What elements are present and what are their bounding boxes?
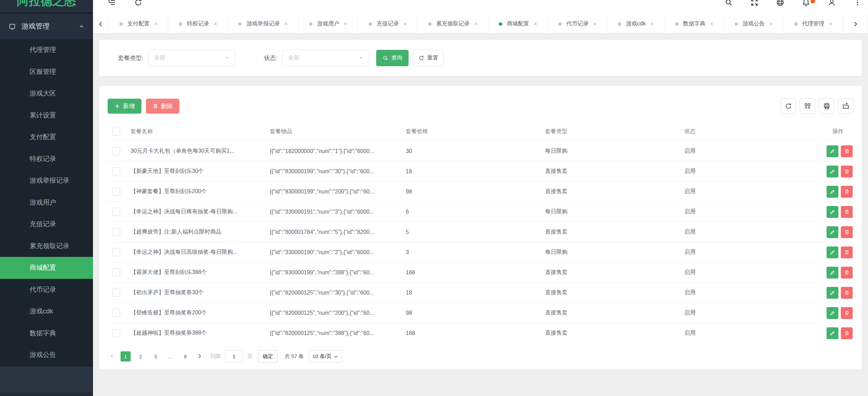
- tab-close-icon[interactable]: ×: [284, 21, 288, 27]
- row-checkbox[interactable]: [112, 289, 120, 297]
- tab[interactable]: 代币记录 ×: [548, 15, 607, 33]
- delete-row-button[interactable]: [841, 166, 853, 177]
- row-checkbox[interactable]: [112, 167, 120, 175]
- more-options-kebab-icon[interactable]: [853, 0, 862, 7]
- edit-row-button[interactable]: [827, 287, 838, 299]
- tabs-scroll-left-button[interactable]: [93, 15, 109, 33]
- sidebar-item[interactable]: 数据字典: [0, 322, 93, 344]
- sidebar-item[interactable]: 代币记录: [0, 279, 93, 301]
- search-button[interactable]: 查询: [376, 50, 409, 66]
- delete-row-button[interactable]: [841, 307, 853, 319]
- refresh-page-icon[interactable]: [134, 0, 142, 7]
- sidebar-item[interactable]: 支付配置: [0, 126, 93, 148]
- goto-page-input[interactable]: [225, 350, 243, 362]
- row-checkbox[interactable]: [112, 329, 120, 337]
- tab[interactable]: 游戏公告 ×: [724, 15, 784, 33]
- tab-close-icon[interactable]: ×: [214, 21, 217, 27]
- next-page-icon[interactable]: [196, 353, 203, 359]
- print-button[interactable]: [819, 98, 834, 114]
- page-number-button[interactable]: 1: [121, 351, 131, 361]
- edit-row-button[interactable]: [827, 246, 838, 258]
- package-type-select[interactable]: 全部: [148, 50, 235, 66]
- sidebar-item[interactable]: 游戏举报记录: [0, 170, 93, 192]
- language-globe-icon[interactable]: [776, 0, 784, 7]
- delete-row-button[interactable]: [841, 246, 853, 258]
- tab-close-icon[interactable]: ×: [593, 21, 597, 27]
- reset-button[interactable]: 重置: [413, 50, 444, 66]
- tab[interactable]: 代理管理 ×: [784, 15, 843, 33]
- tab[interactable]: 游戏举报记录 ×: [228, 15, 299, 33]
- tab-close-icon[interactable]: ×: [154, 21, 158, 27]
- edit-row-button[interactable]: [827, 145, 838, 157]
- edit-row-button[interactable]: [827, 327, 838, 339]
- tab[interactable]: 特权记录 ×: [168, 15, 228, 33]
- edit-row-button[interactable]: [827, 206, 838, 218]
- row-checkbox[interactable]: [112, 268, 120, 276]
- delete-row-button[interactable]: [841, 287, 853, 299]
- notifications-bell-icon[interactable]: [802, 0, 810, 7]
- delete-button[interactable]: 删除: [146, 99, 179, 114]
- edit-row-button[interactable]: [827, 166, 838, 177]
- user-profile-icon[interactable]: [828, 0, 836, 7]
- delete-row-button[interactable]: [841, 206, 853, 218]
- row-checkbox[interactable]: [112, 228, 120, 236]
- refresh-table-button[interactable]: [781, 98, 796, 114]
- tab[interactable]: 支付配置 ×: [109, 15, 169, 33]
- delete-row-button[interactable]: [841, 327, 853, 339]
- page-number-button[interactable]: 2: [135, 351, 146, 361]
- row-checkbox[interactable]: [112, 248, 120, 256]
- search-icon[interactable]: [724, 0, 733, 7]
- sidebar-item[interactable]: 充值记录: [0, 213, 93, 235]
- edit-row-button[interactable]: [827, 267, 838, 279]
- page-size-select[interactable]: 10 条/页: [309, 350, 342, 363]
- sidebar-item[interactable]: 区服管理: [0, 61, 93, 83]
- sidebar-item[interactable]: 累充领取记录: [0, 235, 93, 257]
- tabs-scroll-right-button[interactable]: [843, 15, 868, 33]
- add-button[interactable]: 新增: [108, 99, 141, 114]
- tab[interactable]: 累充领取记录 ×: [418, 15, 488, 33]
- page-number-button[interactable]: 6: [180, 351, 191, 361]
- tab-close-icon[interactable]: ×: [829, 21, 832, 27]
- page-number-button[interactable]: 3: [150, 351, 161, 361]
- status-select[interactable]: 全部: [282, 50, 369, 66]
- confirm-page-button[interactable]: 确定: [258, 350, 278, 363]
- sidebar-item[interactable]: 游戏大区: [0, 83, 93, 105]
- sidebar-item[interactable]: 累计设置: [0, 105, 93, 127]
- edit-row-button[interactable]: [827, 186, 838, 198]
- sidebar-item[interactable]: 游戏用户: [0, 192, 93, 214]
- delete-row-button[interactable]: [841, 267, 853, 279]
- collapse-sidebar-icon[interactable]: [108, 0, 116, 7]
- tab-close-icon[interactable]: ×: [769, 21, 773, 27]
- select-all-checkbox[interactable]: [112, 128, 120, 136]
- tab-close-icon[interactable]: ×: [474, 21, 478, 27]
- tab[interactable]: 数据字典 ×: [665, 15, 724, 33]
- delete-row-button[interactable]: [841, 226, 853, 238]
- column-settings-button[interactable]: [800, 98, 815, 114]
- delete-row-button[interactable]: [841, 186, 853, 198]
- row-checkbox[interactable]: [112, 208, 120, 216]
- tab-close-icon[interactable]: ×: [403, 21, 407, 27]
- tab-close-icon[interactable]: ×: [650, 21, 654, 27]
- page-number-button[interactable]: ...: [165, 351, 176, 361]
- sidebar-group-game-management[interactable]: 游戏管理: [0, 13, 93, 39]
- sidebar-item[interactable]: 商城配置: [0, 257, 93, 279]
- export-button[interactable]: [838, 98, 853, 114]
- fullscreen-icon[interactable]: [750, 0, 759, 7]
- row-checkbox[interactable]: [112, 309, 120, 317]
- row-checkbox[interactable]: [112, 147, 120, 155]
- row-checkbox[interactable]: [112, 188, 120, 196]
- edit-row-button[interactable]: [827, 226, 838, 238]
- edit-row-button[interactable]: [827, 307, 838, 319]
- tab[interactable]: 商城配置 ×: [488, 15, 548, 33]
- tab[interactable]: 充值记录 ×: [358, 15, 418, 33]
- tab-close-icon[interactable]: ×: [534, 21, 537, 27]
- sidebar-item[interactable]: 游戏cdk: [0, 300, 93, 322]
- tab-close-icon[interactable]: ×: [344, 21, 347, 27]
- tab-close-icon[interactable]: ×: [710, 21, 713, 27]
- delete-row-button[interactable]: [841, 145, 853, 157]
- sidebar-item[interactable]: 游戏公告: [0, 344, 93, 366]
- sidebar-item[interactable]: 代理管理: [0, 39, 93, 61]
- prev-page-icon[interactable]: [109, 353, 115, 359]
- sidebar-item[interactable]: 特权记录: [0, 148, 93, 170]
- tab[interactable]: 游戏用户 ×: [299, 15, 358, 33]
